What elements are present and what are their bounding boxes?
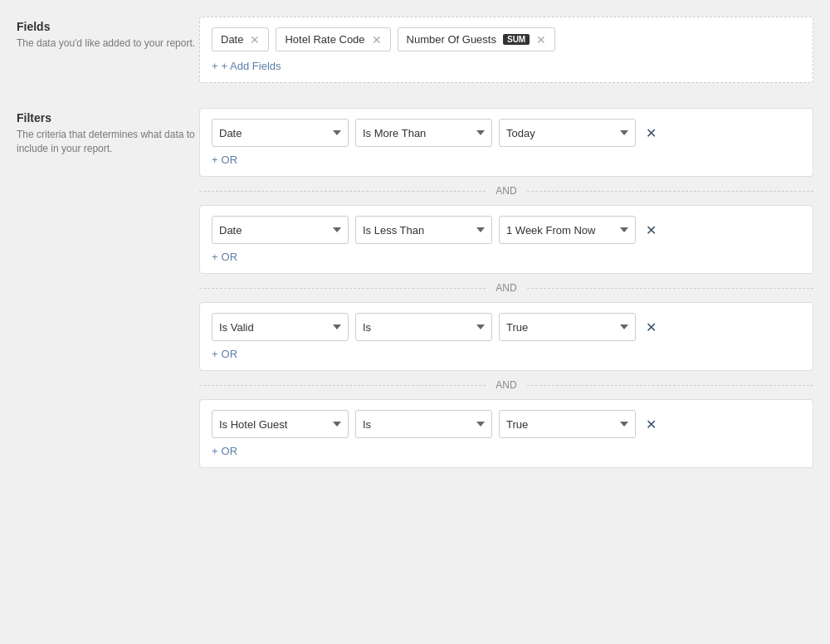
filter-3-1-field-select[interactable]: Is Valid	[212, 313, 349, 341]
filter-1-or-button[interactable]: + OR	[212, 154, 237, 166]
filters-content: Date Is More Than Today ✕ + OR AND	[199, 108, 813, 468]
filter-group-2: Date Is Less Than 1 Week From Now ✕ + OR	[199, 205, 813, 274]
filter-4-or-button[interactable]: + OR	[212, 445, 237, 457]
fields-description: The data you'd like added to your report…	[17, 37, 199, 51]
filter-row-4-1: Is Hotel Guest Is True ✕	[212, 410, 801, 438]
filter-1-1-remove-icon: ✕	[646, 125, 657, 141]
filter-1-1-val-select[interactable]: Today	[499, 119, 636, 147]
add-fields-plus-icon: +	[212, 60, 218, 72]
filter-group-3: Is Valid Is True ✕ + OR	[199, 302, 813, 371]
filter-4-1-remove-icon: ✕	[646, 417, 657, 432]
filter-4-1-val-select[interactable]: True	[499, 410, 636, 438]
and-divider-2: AND	[199, 282, 813, 294]
fields-section: Fields The data you'd like added to your…	[17, 17, 813, 83]
field-tag-number-of-guests-label: Number Of Guests	[407, 33, 496, 46]
and-divider-3: AND	[199, 379, 813, 391]
field-tag-number-of-guests-remove[interactable]: ✕	[536, 34, 546, 46]
and-label-1: AND	[486, 185, 526, 197]
filter-2-1-remove-button[interactable]: ✕	[642, 222, 660, 238]
filter-group-1: Date Is More Than Today ✕ + OR	[199, 108, 813, 177]
filter-1-1-op-select[interactable]: Is More Than	[355, 119, 492, 147]
filter-2-1-val-select[interactable]: 1 Week From Now	[499, 216, 636, 244]
and-divider-1: AND	[199, 185, 813, 197]
fields-title: Fields	[17, 20, 199, 33]
filter-row-2-1: Date Is Less Than 1 Week From Now ✕	[212, 216, 801, 244]
filter-row-3-1: Is Valid Is True ✕	[212, 313, 801, 341]
filter-3-1-remove-button[interactable]: ✕	[642, 320, 660, 335]
field-tag-date-remove[interactable]: ✕	[250, 34, 260, 46]
and-label-2: AND	[486, 282, 526, 294]
filters-description: The criteria that determines what data t…	[17, 128, 199, 156]
or-label-4: OR	[222, 445, 238, 457]
filters-title: Filters	[17, 111, 199, 124]
filter-3-1-op-select[interactable]: Is	[355, 313, 492, 341]
field-tag-number-of-guests: Number Of Guests SUM ✕	[398, 27, 556, 51]
field-tag-hotel-rate-code: Hotel Rate Code ✕	[276, 27, 390, 51]
fields-content: Date ✕ Hotel Rate Code ✕ Number Of Guest…	[199, 17, 813, 83]
add-fields-label: + Add Fields	[222, 60, 281, 72]
filter-row-1-1: Date Is More Than Today ✕	[212, 119, 801, 147]
or-plus-icon-4: +	[212, 445, 218, 457]
field-tag-hotel-rate-code-remove[interactable]: ✕	[372, 34, 382, 46]
or-label-2: OR	[222, 251, 238, 263]
add-fields-button[interactable]: + + Add Fields	[212, 60, 281, 72]
or-plus-icon-1: +	[212, 154, 218, 166]
filters-section: Filters The criteria that determines wha…	[17, 108, 813, 468]
or-plus-icon-3: +	[212, 348, 218, 360]
filter-3-or-button[interactable]: + OR	[212, 348, 237, 360]
and-label-3: AND	[486, 379, 526, 391]
filter-3-1-remove-icon: ✕	[646, 320, 657, 335]
fields-label: Fields The data you'd like added to your…	[17, 17, 199, 83]
filter-1-1-field-select[interactable]: Date	[212, 119, 349, 147]
fields-tags: Date ✕ Hotel Rate Code ✕ Number Of Guest…	[212, 27, 801, 51]
field-tag-hotel-rate-code-label: Hotel Rate Code	[285, 33, 364, 46]
filter-group-4: Is Hotel Guest Is True ✕ + OR	[199, 399, 813, 468]
fields-box: Date ✕ Hotel Rate Code ✕ Number Of Guest…	[199, 17, 813, 83]
or-label-3: OR	[222, 348, 238, 360]
or-plus-icon-2: +	[212, 251, 218, 263]
filter-2-or-button[interactable]: + OR	[212, 251, 237, 263]
filter-4-1-remove-button[interactable]: ✕	[642, 417, 660, 432]
filter-4-1-field-select[interactable]: Is Hotel Guest	[212, 410, 349, 438]
or-label-1: OR	[222, 154, 238, 166]
filters-label: Filters The criteria that determines wha…	[17, 108, 199, 468]
filter-4-1-op-select[interactable]: Is	[355, 410, 492, 438]
field-tag-date: Date ✕	[212, 27, 269, 51]
filter-2-1-op-select[interactable]: Is Less Than	[355, 216, 492, 244]
field-tag-date-label: Date	[221, 33, 243, 46]
sum-badge: SUM	[503, 34, 530, 45]
filter-2-1-remove-icon: ✕	[646, 222, 657, 238]
filter-3-1-val-select[interactable]: True	[499, 313, 636, 341]
filter-1-1-remove-button[interactable]: ✕	[642, 125, 660, 141]
filter-2-1-field-select[interactable]: Date	[212, 216, 349, 244]
